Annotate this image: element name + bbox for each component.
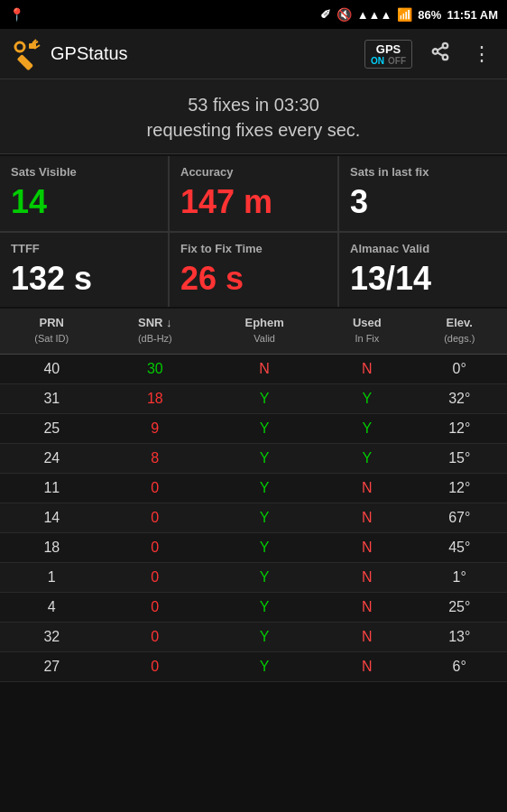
satellite-table: PRN (Sat ID) SNR ↓ (dB-Hz) Ephem Valid U… <box>0 309 507 682</box>
stat-cell-5: Almanac Valid 13/14 <box>339 233 507 308</box>
bluetooth-icon: ✐ <box>320 7 331 22</box>
col-snr: 30 <box>104 354 207 383</box>
svg-point-7 <box>433 49 438 54</box>
table-row: 1 0 Y N 1° <box>0 562 507 592</box>
stat-value: 3 <box>350 184 496 220</box>
table-row: 27 0 Y N 6° <box>0 651 507 681</box>
col-prn: 24 <box>0 443 104 473</box>
stat-label: Almanac Valid <box>350 242 496 255</box>
col-elev: 15° <box>412 443 507 473</box>
table-row: 31 18 Y Y 32° <box>0 383 507 413</box>
col-prn: 14 <box>0 503 104 532</box>
table-row: 11 0 Y N 12° <box>0 473 507 503</box>
table-row: 32 0 Y N 13° <box>0 622 507 651</box>
svg-point-6 <box>443 43 448 49</box>
svg-point-8 <box>443 55 448 60</box>
col-prn: 27 <box>0 651 104 681</box>
summary-line1: 53 fixes in 03:30 <box>9 92 498 117</box>
col-snr: 0 <box>104 532 207 562</box>
col-prn: 25 <box>0 413 104 443</box>
gps-on: ON <box>371 56 384 66</box>
col-snr: 0 <box>104 592 207 622</box>
gps-toggle[interactable]: GPS ON OFF <box>364 40 412 69</box>
table-row: 14 0 Y N 67° <box>0 503 507 532</box>
table-row: 18 0 Y N 45° <box>0 532 507 562</box>
mute-icon: 🔇 <box>336 7 352 22</box>
col-ephem: Y <box>207 473 322 503</box>
stat-value: 14 <box>11 184 157 220</box>
col-snr: 8 <box>104 443 207 473</box>
stat-value: 26 s <box>180 261 327 297</box>
more-button[interactable]: ⋮ <box>468 39 496 69</box>
col-header-used: Used In Fix <box>322 309 411 354</box>
stat-value: 147 m <box>180 184 327 220</box>
col-snr: 0 <box>104 651 207 681</box>
stat-cell-1: Accuracy 147 m <box>170 156 337 231</box>
svg-line-10 <box>438 47 443 51</box>
col-prn: 32 <box>0 622 104 651</box>
col-prn: 4 <box>0 592 104 622</box>
col-prn: 40 <box>0 354 104 383</box>
stat-cell-4: Fix to Fix Time 26 s <box>170 233 337 308</box>
col-snr: 0 <box>104 503 207 532</box>
time-text: 11:51 AM <box>447 8 498 22</box>
gps-onoff: ON OFF <box>371 56 406 66</box>
col-elev: 45° <box>412 532 507 562</box>
summary-line2: requesting fixes every sec. <box>9 117 498 143</box>
col-ephem: Y <box>207 503 322 532</box>
app-title: GPStatus <box>51 43 128 64</box>
stat-cell-0: Sats Visible 14 <box>0 156 168 231</box>
col-snr: 0 <box>104 622 207 651</box>
svg-line-9 <box>438 52 443 56</box>
col-used: N <box>322 354 411 383</box>
col-elev: 12° <box>412 413 507 443</box>
svg-point-1 <box>15 42 24 51</box>
status-bar-right: ✐ 🔇 ▲▲▲ 📶 86% 11:51 AM <box>320 7 498 22</box>
table-header-row: PRN (Sat ID) SNR ↓ (dB-Hz) Ephem Valid U… <box>0 309 507 354</box>
col-elev: 1° <box>412 562 507 592</box>
col-elev: 13° <box>412 622 507 651</box>
col-ephem: Y <box>207 383 322 413</box>
col-snr: 18 <box>104 383 207 413</box>
share-button[interactable] <box>427 38 454 69</box>
col-ephem: Y <box>207 592 322 622</box>
col-snr: 9 <box>104 413 207 443</box>
app-bar: GPStatus GPS ON OFF ⋮ <box>0 29 507 79</box>
col-used: N <box>322 503 411 532</box>
col-used: Y <box>322 413 411 443</box>
location-icon: 📍 <box>9 7 24 22</box>
summary-section: 53 fixes in 03:30 requesting fixes every… <box>0 79 507 154</box>
col-prn: 18 <box>0 532 104 562</box>
app-bar-right: GPS ON OFF ⋮ <box>364 38 496 69</box>
col-used: N <box>322 532 411 562</box>
col-header-elev: Elev. (degs.) <box>412 309 507 354</box>
stat-cell-2: Sats in last fix 3 <box>339 156 507 231</box>
col-prn: 11 <box>0 473 104 503</box>
col-snr: 0 <box>104 473 207 503</box>
col-elev: 25° <box>412 592 507 622</box>
col-used: Y <box>322 383 411 413</box>
col-used: Y <box>322 443 411 473</box>
svg-rect-5 <box>29 43 36 49</box>
stat-label: Sats in last fix <box>350 165 496 179</box>
col-ephem: Y <box>207 443 322 473</box>
stat-label: Accuracy <box>180 165 327 179</box>
table-row: 4 0 Y N 25° <box>0 592 507 622</box>
col-elev: 6° <box>412 651 507 681</box>
col-used: N <box>322 592 411 622</box>
col-ephem: Y <box>207 413 322 443</box>
col-ephem: Y <box>207 651 322 681</box>
stat-label: TTFF <box>11 242 157 255</box>
col-header-prn: PRN (Sat ID) <box>0 309 104 354</box>
col-header-ephem: Ephem Valid <box>207 309 322 354</box>
signal-icon: ▲▲▲ <box>357 8 392 22</box>
stat-label: Fix to Fix Time <box>180 242 327 255</box>
table-row: 40 30 N N 0° <box>0 354 507 383</box>
col-used: N <box>322 473 411 503</box>
wifi-icon: 📶 <box>397 7 412 22</box>
col-snr: 0 <box>104 562 207 592</box>
col-used: N <box>322 562 411 592</box>
col-elev: 12° <box>412 473 507 503</box>
col-ephem: Y <box>207 562 322 592</box>
gps-label: GPS <box>376 42 401 56</box>
